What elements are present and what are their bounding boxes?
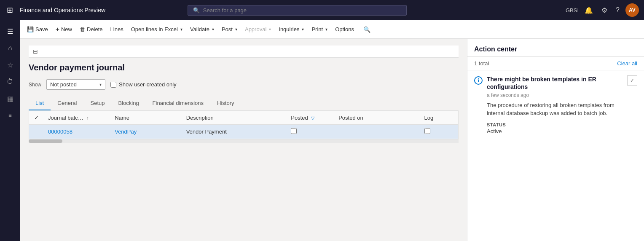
approval-button[interactable]: Approval ▾ — [241, 24, 274, 35]
show-user-created-checkbox[interactable] — [110, 82, 116, 88]
notification-icon[interactable]: 🔔 — [582, 5, 596, 16]
tab-blocking[interactable]: Blocking — [111, 96, 145, 110]
sidebar-item-recent[interactable]: ⏱ — [3, 74, 18, 89]
open-lines-chevron: ▾ — [180, 27, 182, 32]
sidebar-item-workspaces[interactable]: ▦ — [3, 91, 18, 106]
col-header-log[interactable]: Log — [420, 111, 458, 125]
chevron-down-icon: ▾ — [99, 82, 102, 87]
settings-icon[interactable]: ⚙ — [599, 5, 610, 16]
row-posted-cell — [287, 125, 334, 139]
tab-list[interactable]: List — [29, 96, 51, 110]
action-center-body: ℹ There might be broken templates in ER … — [467, 70, 644, 241]
tab-financial-dimensions[interactable]: Financial dimensions — [146, 96, 210, 110]
notification-status-value: Active — [487, 128, 623, 134]
filter-bar: ⊟ — [29, 46, 459, 58]
save-label: Save — [35, 26, 48, 32]
search-toolbar-icon: 🔍 — [363, 26, 370, 33]
search-toolbar-button[interactable]: 🔍 — [360, 24, 374, 35]
row-journal-cell: 00000058 — [44, 125, 110, 139]
delete-label: Delete — [87, 26, 103, 32]
delete-icon: 🗑 — [80, 26, 85, 32]
action-center: Action center 1 total Clear all ℹ There … — [467, 39, 644, 241]
filter-icon[interactable]: ⊟ — [33, 48, 38, 55]
data-table: ✓ Journal batc… ↑ Name Description Poste… — [29, 111, 458, 139]
col-header-journal[interactable]: Journal batc… ↑ — [44, 111, 110, 125]
clear-all-button[interactable]: Clear all — [617, 60, 637, 67]
avatar[interactable]: AV — [625, 3, 639, 17]
col-header-check[interactable]: ✓ — [29, 111, 44, 125]
layout: ☰ ⌂ ☆ ⏱ ▦ ≡ 💾 Save + New 🗑 Delete Lines — [0, 20, 644, 241]
tab-general[interactable]: General — [51, 96, 83, 110]
name-link[interactable]: VendPay — [115, 129, 137, 135]
options-button[interactable]: Options — [332, 24, 357, 35]
page-title: Vendor payment journal — [29, 63, 459, 72]
new-button[interactable]: + New — [52, 23, 75, 36]
filter-posted-icon: ▽ — [311, 115, 314, 121]
tab-history[interactable]: History — [210, 96, 241, 110]
inquiries-button[interactable]: Inquiries ▾ — [275, 24, 307, 35]
validate-chevron: ▾ — [212, 27, 214, 32]
sort-up-icon: ↑ — [86, 116, 89, 121]
col-header-posted-on[interactable]: Posted on — [334, 111, 420, 125]
notification-body: The procedure of restoring all broken te… — [487, 102, 623, 117]
inquiries-label: Inquiries — [279, 26, 299, 32]
notification-title: There might be broken templates in ER co… — [487, 75, 623, 91]
validate-button[interactable]: Validate ▾ — [187, 24, 217, 35]
open-lines-label: Open lines in Excel — [131, 26, 178, 32]
info-icon: ℹ — [474, 76, 483, 85]
notification-collapse-button[interactable]: ✓ — [627, 75, 637, 86]
save-icon: 💾 — [27, 26, 34, 32]
delete-button[interactable]: 🗑 Delete — [76, 24, 106, 35]
search-icon: 🔍 — [193, 7, 200, 13]
search-input[interactable] — [203, 7, 401, 13]
horizontal-scrollbar[interactable] — [29, 139, 459, 143]
action-center-header: Action center — [467, 39, 644, 57]
row-check-cell — [29, 125, 44, 139]
help-icon[interactable]: ? — [613, 5, 622, 16]
topbar: ⊞ Finance and Operations Preview 🔍 GBSI … — [0, 0, 644, 20]
row-postedon-cell — [334, 125, 420, 139]
action-center-title: Action center — [474, 46, 517, 53]
row-log-cell — [420, 125, 458, 139]
col-header-description[interactable]: Description — [182, 111, 287, 125]
scrollbar-thumb — [29, 139, 62, 143]
show-user-created-row: Show user-created only — [110, 81, 177, 88]
approval-chevron: ▾ — [269, 27, 271, 32]
table-row[interactable]: 00000058 VendPay Vendor Payment — [29, 125, 458, 139]
lines-button[interactable]: Lines — [107, 24, 127, 35]
save-button[interactable]: 💾 Save — [24, 24, 51, 35]
action-center-total: 1 total — [474, 60, 489, 67]
show-select-dropdown[interactable]: Not posted ▾ — [46, 79, 105, 90]
sidebar-item-menu[interactable]: ☰ — [3, 24, 18, 39]
tab-setup[interactable]: Setup — [83, 96, 111, 110]
notification-time: a few seconds ago — [487, 92, 623, 98]
row-name-cell: VendPay — [110, 125, 182, 139]
post-chevron: ▾ — [235, 27, 237, 32]
post-button[interactable]: Post ▾ — [218, 24, 241, 35]
sidebar: ☰ ⌂ ☆ ⏱ ▦ ≡ — [0, 20, 20, 241]
log-checkbox[interactable] — [424, 128, 430, 134]
company-code: GBSI — [566, 7, 579, 13]
grid-icon[interactable]: ⊞ — [5, 4, 15, 16]
open-lines-button[interactable]: Open lines in Excel ▾ — [128, 24, 186, 35]
show-row: Show Not posted ▾ Show user-created only — [29, 79, 459, 90]
topbar-right: GBSI 🔔 ⚙ ? AV — [566, 3, 639, 17]
notification-status-label: STATUS — [487, 122, 623, 127]
col-header-name[interactable]: Name — [110, 111, 182, 125]
print-button[interactable]: Print ▾ — [308, 24, 331, 35]
tabs: List General Setup Blocking Financial di… — [29, 96, 459, 111]
search-box[interactable]: 🔍 — [188, 5, 407, 16]
toolbar: 💾 Save + New 🗑 Delete Lines Open lines i… — [20, 20, 644, 39]
sidebar-item-favorites[interactable]: ☆ — [3, 57, 18, 72]
col-header-posted[interactable]: Posted ▽ — [287, 111, 334, 125]
new-icon: + — [56, 26, 59, 33]
journal-link[interactable]: 00000058 — [48, 129, 72, 135]
inquiries-chevron: ▾ — [302, 27, 304, 32]
show-select-value: Not posted — [50, 81, 96, 88]
sidebar-item-home[interactable]: ⌂ — [3, 40, 18, 56]
content-area: ⊟ Vendor payment journal Show Not posted… — [20, 39, 644, 241]
options-label: Options — [335, 26, 354, 32]
sidebar-item-modules[interactable]: ≡ — [3, 108, 18, 123]
posted-checkbox[interactable] — [291, 128, 297, 134]
notification-content: There might be broken templates in ER co… — [487, 75, 623, 134]
